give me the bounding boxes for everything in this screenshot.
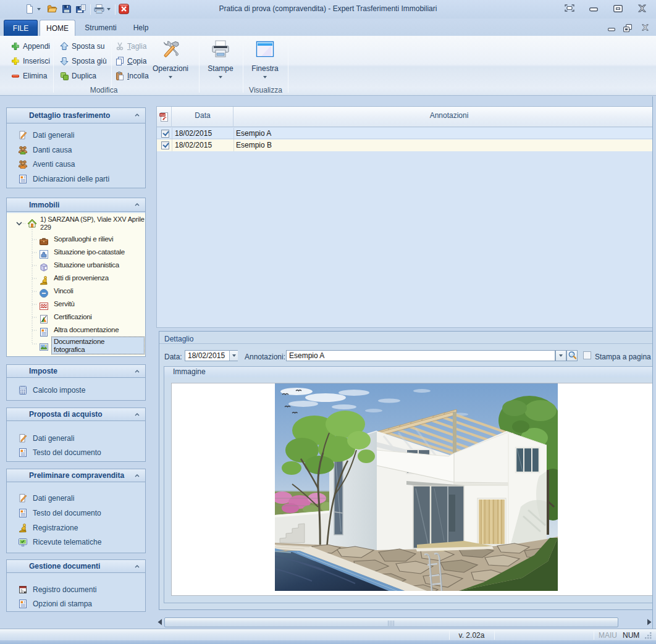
svg-text:PDF: PDF <box>161 114 166 117</box>
